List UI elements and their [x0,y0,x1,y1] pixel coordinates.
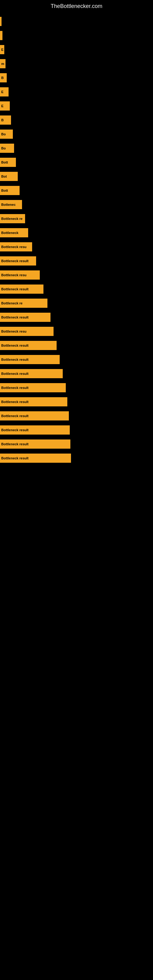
bar-row: Bottleneck result [0,368,153,379]
chart-bar-31: Bottleneck result [0,439,70,449]
chart-bar-10: Bo [0,144,14,153]
bar-label-11: Bott [1,161,8,164]
bar-label-3: E [1,48,3,51]
bar-label-18: Bottleneck result [1,259,29,263]
chart-bar-16: Bottleneck [0,228,28,237]
bar-label-22: Bottleneck result [1,315,29,319]
bar-row: Bo [0,142,153,154]
chart-bar-28: Bottleneck result [0,397,67,406]
chart-bar-15: Bottleneck re [0,214,25,223]
chart-bar-6: E [0,87,9,97]
chart-bar-3: E [0,45,4,54]
bar-label-19: Bottleneck resu [1,273,27,277]
bar-row: Bo [0,128,153,140]
bar-row: B [0,114,153,126]
bar-row: Bottleneck re [0,298,153,309]
bar-label-20: Bottleneck result [1,287,29,291]
bar-label-28: Bottleneck result [1,400,29,404]
bar-row: Bottleneck result [0,382,153,393]
bar-label-26: Bottleneck result [1,372,29,375]
chart-bar-20: Bottleneck result [0,285,43,294]
chart-bar-18: Bottleneck result [0,256,36,266]
bar-row: Bottleneck result [0,438,153,450]
bar-row: Bott [0,156,153,168]
bar-row: Bottleneck result [0,283,153,295]
bar-label-8: B [1,118,4,122]
bar-label-15: Bottleneck re [1,217,22,221]
bar-row: Bottleneck re [0,213,153,224]
bar-label-25: Bottleneck result [1,358,29,361]
bar-label-29: Bottleneck result [1,414,29,418]
chart-bar-29: Bottleneck result [0,411,69,420]
chart-bar-30: Bottleneck result [0,425,70,434]
chart-bar-12: Bot [0,172,18,181]
chart-bar-7: E [0,101,10,111]
site-title-container: TheBottlenecker.com [0,0,153,11]
bar-row: Bot [0,170,153,182]
bar-label-6: E [1,90,3,94]
bar-row: Bottleneck resu [0,241,153,253]
chart-bar-26: Bottleneck result [0,369,63,378]
bar-label-30: Bottleneck result [1,428,29,432]
bar-row: Bottleneck resu [0,326,153,337]
bar-row: E [0,100,153,112]
chart-bar-24: Bottleneck result [0,341,57,350]
bar-row: Bottleneck result [0,340,153,351]
bar-label-7: E [1,104,3,108]
bar-row: Bottleneck result [0,424,153,436]
bar-row: E [0,86,153,98]
bar-row: B [0,72,153,84]
bar-label-21: Bottleneck re [1,301,22,305]
chart-bar-25: Bottleneck result [0,355,60,364]
bar-label-5: B [1,76,4,80]
bar-row: Bottleneck result [0,452,153,464]
bar-row [0,30,153,41]
chart-bar-32: Bottleneck result [0,453,71,463]
bar-row: Bottleneck result [0,312,153,323]
bar-label-17: Bottleneck resu [1,245,27,249]
bar-label-27: Bottleneck result [1,386,29,390]
bar-row: Bott [0,185,153,196]
chart-bar-27: Bottleneck result [0,383,66,392]
bar-row: Bottleneck result [0,410,153,422]
bar-label-14: Bottenec [1,203,16,207]
bar-label-13: Bott [1,189,8,192]
bar-label-10: Bo [1,146,6,150]
chart-bar-4: m [0,59,5,68]
chart-bar-11: Bott [0,158,16,167]
chart-bar-5: B [0,73,7,83]
bar-label-16: Bottleneck [1,231,18,235]
bar-row [0,16,153,27]
bar-row: Bottenec [0,199,153,210]
chart-bar-22: Bottleneck result [0,313,51,322]
bar-label-9: Bo [1,132,6,136]
chart-bar-9: Bo [0,130,13,139]
bar-row: Bottleneck result [0,255,153,267]
bar-row: Bottleneck resu [0,269,153,281]
bar-label-32: Bottleneck result [1,456,29,460]
chart-bar-23: Bottleneck resu [0,327,54,336]
chart-bar-8: B [0,115,11,125]
chart-bar-19: Bottleneck resu [0,270,40,280]
bar-label-24: Bottleneck result [1,344,29,347]
bar-label-23: Bottleneck resu [1,329,27,333]
site-title: TheBottlenecker.com [0,0,153,11]
bar-row: Bottleneck [0,227,153,239]
chart-bar-17: Bottleneck resu [0,242,32,251]
chart-bar-13: Bott [0,186,19,195]
chart-bar-1 [0,17,2,26]
chart-bar-2 [0,31,2,40]
bar-label-4: m [1,62,4,65]
chart-bar-21: Bottleneck re [0,299,48,308]
bar-row: m [0,58,153,70]
bar-row: Bottleneck result [0,354,153,365]
bar-row: Bottleneck result [0,396,153,407]
chart-bar-14: Bottenec [0,200,22,209]
bar-label-12: Bot [1,175,7,178]
bar-row: E [0,44,153,56]
chart-container: EmBEEBBoBoBottBotBottBottenecBottleneck … [0,11,153,471]
bar-label-31: Bottleneck result [1,442,29,446]
